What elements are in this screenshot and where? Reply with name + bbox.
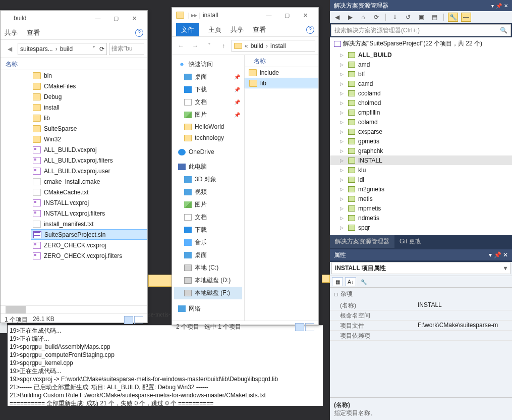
nav-pictures2[interactable]: 图片 (174, 198, 242, 211)
prop-value[interactable] (416, 331, 512, 340)
view-details-icon[interactable] (295, 323, 304, 331)
property-row[interactable]: 根命名空间 (330, 310, 512, 321)
categorized-icon[interactable]: ▦ (332, 277, 343, 286)
expand-icon[interactable]: ▷ (340, 206, 345, 211)
expand-icon[interactable]: ▷ (340, 196, 345, 201)
pin-icon[interactable]: 📌 (494, 251, 501, 258)
titlebar-build[interactable]: build — ▢ ✕ (1, 11, 147, 26)
file-row[interactable]: include (245, 67, 318, 78)
refresh-icon[interactable]: ⟳ (99, 45, 104, 52)
column-header-name[interactable]: 名称 (1, 58, 147, 70)
file-row[interactable]: lib (245, 78, 318, 88)
file-row[interactable]: Win32 (31, 134, 147, 144)
prop-value[interactable]: INSTALL (416, 300, 512, 310)
file-row[interactable]: ALL_BUILD.vcxproj (31, 144, 147, 155)
nav-3d[interactable]: 3D 对象 (174, 173, 242, 186)
project-item[interactable]: ▷INSTALL (330, 155, 512, 165)
address-bar[interactable]: suitespars... › build ˅ ⟳ (18, 43, 107, 55)
dropdown-icon[interactable]: ▾ (491, 3, 494, 9)
project-item[interactable]: ▷gpmetis (330, 136, 512, 146)
build-output[interactable]: 19>正在生成代码...19>正在编译...19>spqrgpu_buildAs… (8, 325, 323, 406)
project-item[interactable]: ▷cxsparse (330, 127, 512, 136)
sync-icon[interactable]: ⟳ (371, 13, 381, 22)
search-icon[interactable]: 🔍 (500, 27, 507, 34)
nav-local-c[interactable]: 本地 (C:) (174, 261, 242, 274)
search-input[interactable]: 搜索"bu (109, 43, 144, 55)
nav-local-d[interactable]: 本地磁盘 (D:) (174, 274, 242, 287)
expand-icon[interactable]: ▷ (340, 100, 345, 106)
back-icon[interactable]: ← (175, 40, 187, 52)
expand-icon[interactable]: ▷ (340, 148, 345, 153)
prop-value[interactable]: F:\work\CMake\suitesparse-m (416, 321, 512, 330)
file-row[interactable]: CMakeFiles (31, 81, 147, 91)
expand-icon[interactable]: ▷ (340, 62, 345, 67)
file-row[interactable]: ZERO_CHECK.vcxproj (31, 240, 147, 250)
wrench-icon[interactable]: 🔧 (448, 13, 458, 22)
crumb-1[interactable]: build (60, 45, 73, 52)
pin-icon[interactable]: 📌 (496, 3, 502, 9)
file-row[interactable]: install_manifest.txt (31, 219, 147, 229)
project-item[interactable]: ▷mpmetis (330, 203, 512, 213)
file-row[interactable]: INSTALL.vcxproj.filters (31, 208, 147, 219)
refresh-icon[interactable]: ⤓ (390, 13, 400, 22)
view-large-icon[interactable] (134, 316, 143, 324)
close-icon[interactable]: ✕ (504, 3, 508, 9)
splitter-grip[interactable] (322, 275, 330, 283)
project-item[interactable]: ▷metis (330, 194, 512, 203)
property-row[interactable]: 项目依赖项 (330, 331, 512, 341)
tab-git-changes[interactable]: Git 更改 (394, 235, 426, 248)
project-item[interactable]: ▷amd (330, 60, 512, 69)
address-bar-install[interactable]: « build › install (232, 40, 315, 52)
nav-onedrive[interactable]: OneDrive (174, 146, 242, 158)
show-all-icon[interactable]: ▣ (416, 13, 426, 22)
expand-icon[interactable]: ▷ (340, 52, 345, 58)
solution-tree[interactable]: 解决方案"SuiteSparseProject"(22 个项目，共 22 个) … (330, 37, 512, 235)
expand-icon[interactable]: ▷ (340, 81, 345, 86)
alphabetical-icon[interactable]: A↓ (345, 277, 356, 286)
project-item[interactable]: ▷klu (330, 165, 512, 175)
crumb-0[interactable]: build (251, 42, 263, 49)
project-item[interactable]: ▷spqr (330, 223, 512, 232)
nav-thispc[interactable]: 此电脑 (174, 161, 242, 173)
project-item[interactable]: ▷ALL_BUILD (330, 50, 512, 60)
nav-helloworld[interactable]: HelloWorld (174, 121, 242, 132)
dropdown-icon[interactable]: ˅ (92, 45, 95, 52)
maximize-icon[interactable]: ▢ (278, 9, 296, 21)
nav-documents2[interactable]: 文档 (174, 211, 242, 224)
filter-icon[interactable]: — (461, 13, 471, 22)
tab-view[interactable]: 查看 (27, 28, 40, 37)
solution-explorer-title[interactable]: 解决方案资源管理器 ▾ 📌 ✕ (330, 0, 512, 11)
project-item[interactable]: ▷camd (330, 79, 512, 88)
project-item[interactable]: ▷btf (330, 69, 512, 79)
tab-view[interactable]: 查看 (253, 25, 266, 34)
home-icon[interactable]: ⌂ (358, 13, 368, 22)
project-item[interactable]: ▷ccolamd (330, 88, 512, 98)
crumb-1[interactable]: install (270, 42, 286, 49)
expand-icon[interactable]: ▷ (340, 177, 345, 182)
view-details-icon[interactable] (124, 316, 133, 324)
file-row[interactable]: ZERO_CHECK.vcxproj.filters (31, 250, 147, 261)
file-row[interactable]: CMakeCache.txt (31, 187, 147, 197)
view-large-icon[interactable] (305, 323, 314, 331)
project-item[interactable]: ▷cholmod (330, 98, 512, 108)
file-row[interactable]: cmake_install.cmake (31, 176, 147, 187)
expand-icon[interactable]: ▷ (340, 216, 345, 221)
project-item[interactable]: ▷ndmetis (330, 213, 512, 223)
properties-title[interactable]: 属性 ▾ 📌 ✕ (330, 249, 512, 260)
file-row[interactable]: install (31, 102, 147, 113)
nav-desktop2[interactable]: 桌面 (174, 249, 242, 261)
nav-downloads2[interactable]: 下载 (174, 224, 242, 236)
recent-icon[interactable]: ˅ (203, 40, 215, 52)
help-icon[interactable]: ? (135, 29, 143, 37)
file-row[interactable]: bin (31, 70, 147, 81)
expand-icon[interactable]: ▷ (340, 187, 345, 192)
help-icon[interactable]: ? (306, 26, 314, 34)
expand-icon[interactable]: ▷ (340, 120, 345, 125)
project-item[interactable]: ▷cmpfillin (330, 108, 512, 117)
file-row[interactable]: SuiteSparseProject.sln (31, 229, 147, 240)
file-row[interactable]: lib (31, 113, 147, 123)
file-row[interactable]: ALL_BUILD.vcxproj.filters (31, 155, 147, 166)
project-item[interactable]: ▷ldl (330, 175, 512, 184)
file-row[interactable]: Debug (31, 91, 147, 102)
category-misc[interactable]: ▢ 杂项 (330, 288, 512, 300)
